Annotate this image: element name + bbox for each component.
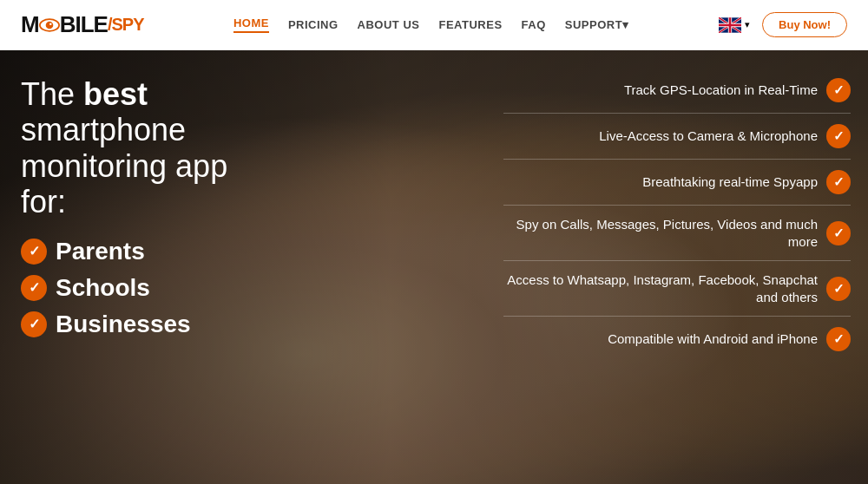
feature-item-camera: Live-Access to Camera & Microphone ✓ [503,114,851,160]
tagline-bold: best [83,76,148,112]
feature-text-camera: Live-Access to Camera & Microphone [599,128,818,145]
hero-tagline: The best smartphone monitoring app for: [21,76,264,220]
check-icon-schools: ✓ [21,275,47,301]
nav-about[interactable]: ABOUT US [358,18,420,31]
feature-text-gps: Track GPS-Location in Real-Time [624,82,818,99]
nav-pricing[interactable]: PRICING [288,18,339,31]
feature-text-social: Access to Whatsapp, Instagram, Facebook,… [503,271,818,305]
feature-text-compatible: Compatible with Android and iPhone [608,330,818,348]
check-icon-parents: ✓ [21,239,47,265]
feature-item-social: Access to Whatsapp, Instagram, Facebook,… [503,261,851,317]
audience-label-schools: Schools [56,274,150,302]
check-icon-businesses: ✓ [21,311,47,337]
nav-right: ▾ Buy Now! [719,12,847,37]
tagline-post: smartphone monitoring app for: [21,112,227,219]
audience-businesses: ✓ Businesses [21,311,264,338]
svg-point-1 [45,21,53,29]
audience-schools: ✓ Schools [21,274,264,302]
feature-check-compatible: ✓ [826,327,851,351]
feature-check-calls: ✓ [826,221,851,245]
feature-check-gps: ✓ [826,78,851,102]
tagline-pre: The [21,76,83,112]
nav-home[interactable]: HOME [233,16,269,33]
logo[interactable]: M BILE /SPY [21,11,143,38]
language-selector[interactable]: ▾ [719,17,750,33]
logo-bile: BILE [60,11,108,38]
flag-chevron: ▾ [745,19,750,30]
feature-check-social: ✓ [826,277,851,301]
audience-label-parents: Parents [56,238,145,265]
flag-icon [719,17,741,33]
svg-point-2 [49,23,52,25]
feature-check-spyapp: ✓ [826,170,851,194]
navbar: M BILE /SPY HOME PRICING ABOUT US FEATUR… [0,0,868,50]
hero-left-content: The best smartphone monitoring app for: … [21,76,264,347]
nav-faq[interactable]: FAQ [522,18,546,31]
feature-item-calls: Spy on Calls, Messages, Pictures, Videos… [503,206,851,261]
feature-text-calls: Spy on Calls, Messages, Pictures, Videos… [503,216,818,250]
feature-item-compatible: Compatible with Android and iPhone ✓ [503,317,851,362]
audience-parents: ✓ Parents [21,238,264,265]
feature-item-gps: Track GPS-Location in Real-Time ✓ [503,68,851,114]
logo-spy: /SPY [108,15,144,35]
nav-features[interactable]: FEATURES [438,18,502,31]
buy-button[interactable]: Buy Now! [762,12,847,37]
audience-label-businesses: Businesses [56,311,191,338]
feature-item-spyapp: Breathtaking real-time Spyapp ✓ [503,160,851,206]
nav-support[interactable]: SUPPORT▾ [565,18,629,31]
logo-m: M [21,11,39,38]
eye-icon [39,18,60,32]
hero-features: Track GPS-Location in Real-Time ✓ Live-A… [503,68,851,362]
main-nav: HOME PRICING ABOUT US FEATURES FAQ SUPPO… [233,16,629,33]
hero-section: The best smartphone monitoring app for: … [0,50,868,484]
feature-check-camera: ✓ [826,124,851,148]
feature-text-spyapp: Breathtaking real-time Spyapp [642,173,818,191]
